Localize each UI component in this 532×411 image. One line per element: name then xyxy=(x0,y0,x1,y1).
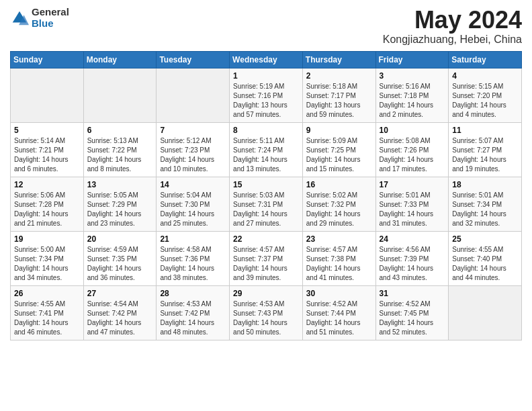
calendar-cell: 13Sunrise: 5:05 AM Sunset: 7:29 PM Dayli… xyxy=(83,177,157,231)
logo-blue-text: Blue xyxy=(32,18,69,30)
calendar-cell: 29Sunrise: 4:53 AM Sunset: 7:43 PM Dayli… xyxy=(230,285,303,340)
logo-general-text: General xyxy=(32,7,69,18)
weekday-header-saturday: Saturday xyxy=(449,51,522,68)
day-info: Sunrise: 4:59 AM Sunset: 7:35 PM Dayligh… xyxy=(87,245,153,283)
calendar-cell: 26Sunrise: 4:55 AM Sunset: 7:41 PM Dayli… xyxy=(11,285,84,340)
day-info: Sunrise: 5:05 AM Sunset: 7:29 PM Dayligh… xyxy=(87,191,153,228)
day-info: Sunrise: 5:19 AM Sunset: 7:16 PM Dayligh… xyxy=(233,82,299,120)
day-number: 5 xyxy=(14,126,80,135)
day-number: 18 xyxy=(452,180,518,189)
day-number: 17 xyxy=(380,180,445,189)
day-number: 12 xyxy=(14,180,80,189)
day-number: 4 xyxy=(452,71,518,81)
day-info: Sunrise: 5:00 AM Sunset: 7:34 PM Dayligh… xyxy=(14,245,80,283)
day-number: 16 xyxy=(306,180,372,189)
calendar-thead: SundayMondayTuesdayWednesdayThursdayFrid… xyxy=(11,51,522,68)
calendar-cell: 1Sunrise: 5:19 AM Sunset: 7:16 PM Daylig… xyxy=(230,68,303,122)
day-number: 2 xyxy=(306,71,372,81)
calendar-table: SundayMondayTuesdayWednesdayThursdayFrid… xyxy=(10,51,522,340)
title-area: May 2024 Kongjiazhuang, Hebei, China xyxy=(383,7,522,46)
day-info: Sunrise: 5:14 AM Sunset: 7:21 PM Dayligh… xyxy=(14,136,80,174)
day-info: Sunrise: 5:02 AM Sunset: 7:32 PM Dayligh… xyxy=(306,191,372,228)
day-info: Sunrise: 4:55 AM Sunset: 7:41 PM Dayligh… xyxy=(14,300,80,337)
logo-icon xyxy=(10,9,29,28)
day-number: 13 xyxy=(87,180,153,189)
calendar-cell: 3Sunrise: 5:16 AM Sunset: 7:18 PM Daylig… xyxy=(375,68,449,122)
calendar-tbody: 1Sunrise: 5:19 AM Sunset: 7:16 PM Daylig… xyxy=(11,68,522,340)
day-number: 31 xyxy=(380,289,445,298)
day-info: Sunrise: 4:58 AM Sunset: 7:36 PM Dayligh… xyxy=(160,245,226,283)
day-info: Sunrise: 4:57 AM Sunset: 7:37 PM Dayligh… xyxy=(233,245,299,283)
day-number: 3 xyxy=(380,71,445,81)
weekday-header-row: SundayMondayTuesdayWednesdayThursdayFrid… xyxy=(11,51,522,68)
day-info: Sunrise: 4:52 AM Sunset: 7:44 PM Dayligh… xyxy=(306,300,372,337)
day-info: Sunrise: 4:52 AM Sunset: 7:45 PM Dayligh… xyxy=(380,300,445,337)
calendar-cell: 25Sunrise: 4:55 AM Sunset: 7:40 PM Dayli… xyxy=(449,231,522,285)
calendar-cell: 9Sunrise: 5:09 AM Sunset: 7:25 PM Daylig… xyxy=(302,122,375,177)
month-title: May 2024 xyxy=(383,7,522,34)
day-number: 15 xyxy=(233,180,299,189)
day-number: 8 xyxy=(233,126,299,135)
day-number: 20 xyxy=(87,234,153,244)
day-info: Sunrise: 4:56 AM Sunset: 7:39 PM Dayligh… xyxy=(380,245,445,283)
day-info: Sunrise: 4:55 AM Sunset: 7:40 PM Dayligh… xyxy=(452,245,518,283)
calendar-cell xyxy=(449,285,522,340)
weekday-header-tuesday: Tuesday xyxy=(157,51,230,68)
day-info: Sunrise: 5:08 AM Sunset: 7:26 PM Dayligh… xyxy=(380,136,445,174)
calendar-week-3: 12Sunrise: 5:06 AM Sunset: 7:28 PM Dayli… xyxy=(11,177,522,231)
calendar-week-4: 19Sunrise: 5:00 AM Sunset: 7:34 PM Dayli… xyxy=(11,231,522,285)
day-info: Sunrise: 5:13 AM Sunset: 7:22 PM Dayligh… xyxy=(87,136,153,174)
calendar-cell: 4Sunrise: 5:15 AM Sunset: 7:20 PM Daylig… xyxy=(449,68,522,122)
calendar-container: General Blue May 2024 Kongjiazhuang, Heb… xyxy=(0,0,532,347)
calendar-cell: 20Sunrise: 4:59 AM Sunset: 7:35 PM Dayli… xyxy=(83,231,157,285)
day-number: 9 xyxy=(306,126,372,135)
calendar-week-5: 26Sunrise: 4:55 AM Sunset: 7:41 PM Dayli… xyxy=(11,285,522,340)
day-number: 14 xyxy=(160,180,226,189)
day-number: 7 xyxy=(160,126,226,135)
weekday-header-thursday: Thursday xyxy=(302,51,375,68)
calendar-cell: 18Sunrise: 5:01 AM Sunset: 7:34 PM Dayli… xyxy=(449,177,522,231)
calendar-cell: 19Sunrise: 5:00 AM Sunset: 7:34 PM Dayli… xyxy=(11,231,84,285)
calendar-week-2: 5Sunrise: 5:14 AM Sunset: 7:21 PM Daylig… xyxy=(11,122,522,177)
day-number: 24 xyxy=(380,234,445,244)
calendar-cell: 8Sunrise: 5:11 AM Sunset: 7:24 PM Daylig… xyxy=(230,122,303,177)
weekday-header-monday: Monday xyxy=(83,51,157,68)
day-info: Sunrise: 5:12 AM Sunset: 7:23 PM Dayligh… xyxy=(160,136,226,174)
calendar-cell xyxy=(157,68,230,122)
calendar-cell: 2Sunrise: 5:18 AM Sunset: 7:17 PM Daylig… xyxy=(302,68,375,122)
weekday-header-sunday: Sunday xyxy=(11,51,84,68)
weekday-header-friday: Friday xyxy=(375,51,449,68)
calendar-cell: 15Sunrise: 5:03 AM Sunset: 7:31 PM Dayli… xyxy=(230,177,303,231)
day-info: Sunrise: 5:09 AM Sunset: 7:25 PM Dayligh… xyxy=(306,136,372,174)
calendar-cell: 11Sunrise: 5:07 AM Sunset: 7:27 PM Dayli… xyxy=(449,122,522,177)
day-number: 6 xyxy=(87,126,153,135)
day-info: Sunrise: 5:03 AM Sunset: 7:31 PM Dayligh… xyxy=(233,191,299,228)
calendar-week-1: 1Sunrise: 5:19 AM Sunset: 7:16 PM Daylig… xyxy=(11,68,522,122)
day-number: 23 xyxy=(306,234,372,244)
day-info: Sunrise: 4:53 AM Sunset: 7:43 PM Dayligh… xyxy=(233,300,299,337)
day-number: 30 xyxy=(306,289,372,298)
logo: General Blue xyxy=(10,7,69,29)
day-info: Sunrise: 5:18 AM Sunset: 7:17 PM Dayligh… xyxy=(306,82,372,120)
day-info: Sunrise: 5:06 AM Sunset: 7:28 PM Dayligh… xyxy=(14,191,80,228)
calendar-cell: 27Sunrise: 4:54 AM Sunset: 7:42 PM Dayli… xyxy=(83,285,157,340)
day-number: 25 xyxy=(452,234,518,244)
calendar-cell: 14Sunrise: 5:04 AM Sunset: 7:30 PM Dayli… xyxy=(157,177,230,231)
day-number: 29 xyxy=(233,289,299,298)
day-number: 10 xyxy=(380,126,445,135)
day-number: 26 xyxy=(14,289,80,298)
calendar-cell: 5Sunrise: 5:14 AM Sunset: 7:21 PM Daylig… xyxy=(11,122,84,177)
calendar-cell: 7Sunrise: 5:12 AM Sunset: 7:23 PM Daylig… xyxy=(157,122,230,177)
day-info: Sunrise: 4:53 AM Sunset: 7:42 PM Dayligh… xyxy=(160,300,226,337)
calendar-cell xyxy=(83,68,157,122)
calendar-cell: 6Sunrise: 5:13 AM Sunset: 7:22 PM Daylig… xyxy=(83,122,157,177)
day-number: 28 xyxy=(160,289,226,298)
logo-text: General Blue xyxy=(32,7,69,29)
calendar-header: General Blue May 2024 Kongjiazhuang, Heb… xyxy=(10,7,522,46)
calendar-cell xyxy=(11,68,84,122)
day-number: 22 xyxy=(233,234,299,244)
calendar-cell: 22Sunrise: 4:57 AM Sunset: 7:37 PM Dayli… xyxy=(230,231,303,285)
day-info: Sunrise: 5:11 AM Sunset: 7:24 PM Dayligh… xyxy=(233,136,299,174)
day-number: 1 xyxy=(233,71,299,81)
day-info: Sunrise: 4:57 AM Sunset: 7:38 PM Dayligh… xyxy=(306,245,372,283)
